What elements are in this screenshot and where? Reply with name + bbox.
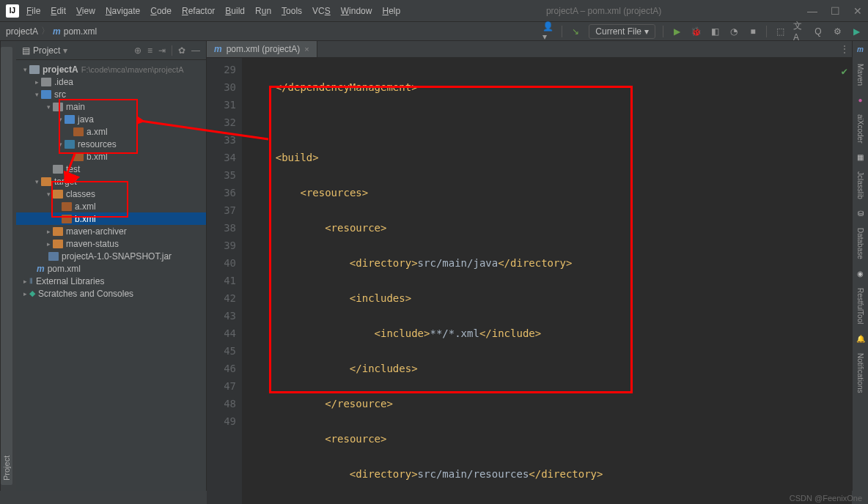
hammer-icon[interactable]: ↘ (570, 26, 581, 37)
inspection-ok-icon[interactable]: ✔ (842, 62, 847, 80)
project-panel-icon: ▤ (22, 45, 30, 56)
menu-navigate[interactable]: Navigate (106, 6, 140, 16)
breadcrumb-file[interactable]: pom.xml (64, 26, 97, 37)
window-title: projectA – pom.xml (projectA) (400, 6, 807, 16)
chevron-down-icon: ▾ (644, 26, 649, 37)
tree-pom-file[interactable]: mpom.xml (16, 262, 206, 275)
menu-code[interactable]: Code (150, 6, 172, 16)
minimize-icon[interactable]: — (807, 5, 817, 17)
user-icon[interactable]: 👤▾ (542, 26, 554, 37)
tree-target-dir[interactable]: ▾target (16, 175, 206, 188)
run-icon[interactable]: ▶ (671, 26, 683, 37)
database-icon[interactable]: ⛁ (858, 210, 864, 218)
menu-run[interactable]: Run (255, 6, 271, 16)
play-logo-icon[interactable]: ▶ (850, 26, 862, 37)
app-logo: IJ (6, 4, 19, 18)
breadcrumb: projectA 〉 m pom.xml (6, 25, 97, 37)
close-icon[interactable]: ✕ (853, 5, 862, 17)
watermark: CSDN @FeenixOne (790, 494, 862, 503)
git-icon[interactable]: ⬚ (774, 26, 786, 37)
maven-tool-icon[interactable]: m (857, 45, 864, 53)
tree-test-dir[interactable]: test (16, 163, 206, 175)
menu-refactor[interactable]: Refactor (182, 6, 215, 16)
titlebar: IJ File Edit View Navigate Code Refactor… (0, 0, 868, 22)
debug-icon[interactable]: 🐞 (690, 26, 702, 37)
main-menu: File Edit View Navigate Code Refactor Bu… (26, 6, 400, 16)
tree-b-xml[interactable]: b.xml (16, 150, 206, 163)
maven-icon: m (214, 44, 222, 54)
tab-more-icon[interactable]: ⋮ (840, 44, 849, 54)
menu-help[interactable]: Help (382, 6, 400, 16)
menu-build[interactable]: Build (225, 6, 245, 16)
project-tool-tab[interactable]: Project (1, 47, 12, 485)
tree-main-dir[interactable]: ▾main (16, 100, 206, 113)
tree-resources-dir[interactable]: ▾resources (16, 138, 206, 150)
locate-icon[interactable]: ⊕ (134, 45, 141, 56)
tree-classes-b-xml[interactable]: b.xml (16, 212, 206, 225)
window-controls: — ☐ ✕ (807, 5, 862, 17)
menu-view[interactable]: View (76, 6, 95, 16)
breadcrumb-sep: 〉 (41, 25, 50, 37)
code-content[interactable]: </dependencyManagement> <build> <resourc… (242, 58, 852, 504)
right-tab-database[interactable]: Database (856, 228, 864, 259)
coverage-icon[interactable]: ◧ (709, 26, 721, 37)
menu-window[interactable]: Window (341, 6, 372, 16)
tree-java-dir[interactable]: ▾java (16, 113, 206, 125)
tab-close-icon[interactable]: × (304, 45, 309, 53)
settings-icon[interactable]: ⚙ (831, 26, 843, 37)
maximize-icon[interactable]: ☐ (831, 5, 840, 17)
project-panel-title: Project (33, 45, 60, 56)
bell-icon[interactable]: 🔔 (856, 335, 865, 343)
expand-icon[interactable]: ≡ (147, 45, 152, 56)
run-config-selector[interactable]: Current File ▾ (589, 24, 655, 39)
left-tool-strip: Project (0, 41, 16, 491)
right-tab-jclasslib[interactable]: Jclasslib (856, 171, 864, 199)
tree-scratches[interactable]: ▸◆Scratches and Consoles (16, 287, 206, 300)
search-icon[interactable]: Q (812, 26, 824, 37)
project-tool-window: ▤ Project ▾ ⊕ ≡ ⇥ ✿ — ▾projectAF:\code\m… (16, 41, 207, 491)
collapse-icon[interactable]: ⇥ (158, 45, 166, 56)
menu-file[interactable]: File (26, 6, 40, 16)
tree-status-dir[interactable]: ▸maven-status (16, 237, 206, 250)
right-tab-notifications[interactable]: Notifications (856, 353, 864, 393)
tree-idea-dir[interactable]: ▸.idea (16, 75, 206, 88)
tree-archiver-dir[interactable]: ▸maven-archiver (16, 225, 206, 237)
project-tree: ▾projectAF:\code\mca\maven\projectA ▸.id… (16, 60, 206, 303)
navigation-bar: projectA 〉 m pom.xml 👤▾ ↘ Current File ▾… (0, 22, 868, 41)
translate-icon[interactable]: 文A (793, 26, 805, 37)
maven-icon: m (53, 26, 61, 37)
editor-tabs: m pom.xml (projectA) × ⋮ (207, 41, 852, 58)
tree-src-dir[interactable]: ▾src (16, 88, 206, 100)
editor-area: m pom.xml (projectA) × ⋮ 293031323334353… (207, 41, 852, 491)
chevron-down-icon[interactable]: ▾ (63, 45, 67, 56)
right-tool-strip: m Maven ● aiXcoder ▦ Jclasslib ⛁ Databas… (852, 41, 868, 491)
restful-icon[interactable]: ◉ (857, 270, 864, 278)
stop-icon[interactable]: ■ (747, 26, 759, 37)
tab-pom-xml[interactable]: m pom.xml (projectA) × (207, 41, 317, 57)
right-tab-aixcoder[interactable]: aiXcoder (856, 114, 864, 143)
aixcoder-icon[interactable]: ● (858, 96, 862, 104)
tree-jar-file[interactable]: projectA-1.0-SNAPSHOT.jar (16, 250, 206, 262)
tree-classes-a-xml[interactable]: a.xml (16, 200, 206, 212)
menu-vcs[interactable]: VCS (312, 6, 331, 16)
breadcrumb-root[interactable]: projectA (6, 26, 38, 37)
right-tab-maven[interactable]: Maven (856, 64, 864, 86)
jclasslib-icon[interactable]: ▦ (857, 153, 864, 161)
menu-tools[interactable]: Tools (282, 6, 302, 16)
menu-edit[interactable]: Edit (51, 6, 66, 16)
tree-classes-dir[interactable]: ▾classes (16, 188, 206, 200)
tree-ext-libs[interactable]: ▸⫴External Libraries (16, 275, 206, 287)
gear-icon[interactable]: ✿ (178, 45, 185, 56)
hide-icon[interactable]: — (191, 45, 200, 56)
code-editor[interactable]: 2930313233343536373839404142434445464748… (207, 58, 852, 504)
line-gutter: 2930313233343536373839404142434445464748… (207, 58, 242, 504)
right-tab-restful[interactable]: RestfulTool (856, 288, 864, 324)
profile-icon[interactable]: ◔ (728, 26, 740, 37)
tree-a-xml[interactable]: a.xml (16, 125, 206, 138)
tree-project-root[interactable]: ▾projectAF:\code\mca\maven\projectA (16, 63, 206, 75)
